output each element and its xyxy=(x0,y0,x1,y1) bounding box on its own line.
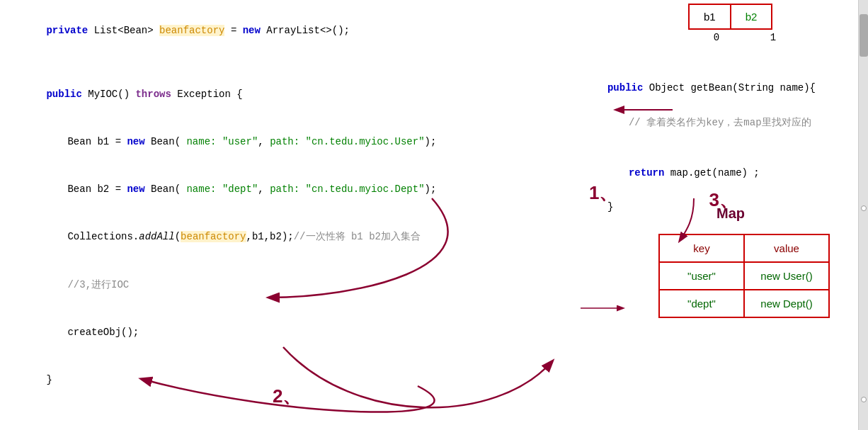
code-paren: ); xyxy=(425,136,437,147)
str-dept-path: "cn.tedu.myioc.Dept" xyxy=(306,183,425,195)
code-comma: , xyxy=(258,136,270,147)
annotation-map: Map xyxy=(716,205,745,222)
map-dept-value: new Dept() xyxy=(744,290,829,317)
str-name: name: xyxy=(186,136,216,147)
code-space2 xyxy=(299,136,305,147)
code-space4 xyxy=(299,183,305,195)
b-table-wrapper: b1 b2 0 1 xyxy=(688,4,801,43)
code-addall-args: ( xyxy=(175,231,181,242)
str-dept: "dept" xyxy=(222,183,258,195)
keyword-new3: new xyxy=(127,183,151,195)
code-collections: Collections. xyxy=(67,231,139,242)
keyword-throws: throws xyxy=(135,89,177,100)
map-user-key: "user" xyxy=(659,262,744,290)
b1-header: b1 xyxy=(689,4,731,29)
code-line-3: public MyIOC() throws Exception { xyxy=(11,71,493,118)
scrollbar-handle[interactable] xyxy=(860,14,868,57)
comment-addall: //一次性将 b1 b2加入集合 xyxy=(294,231,421,242)
map-key-header: key xyxy=(659,234,744,262)
field-beanfactory: beanfactory xyxy=(159,25,224,36)
code-text: = xyxy=(224,25,242,36)
code-line-9: } xyxy=(11,356,493,404)
map-dept-key: "dept" xyxy=(659,290,744,317)
b-table-nums: 0 1 xyxy=(688,32,801,43)
map-table: key value "user" new User() "dept" new D… xyxy=(658,234,830,318)
code-line-4: Bean b1 = new Bean( name: "user", path: … xyxy=(11,118,493,166)
code-space3 xyxy=(216,183,222,195)
b1-index: 0 xyxy=(688,32,745,43)
keyword-private: private xyxy=(46,25,93,36)
code-line-11: Map<String, Object> map = new HashMap<>(… xyxy=(11,419,493,430)
type-list: List<Bean> xyxy=(94,25,159,36)
b2-index: 1 xyxy=(745,32,801,43)
str-user: "user" xyxy=(222,136,258,147)
code-space xyxy=(216,136,222,147)
comment-ioc: //3,进行IOC xyxy=(67,279,129,290)
code-exception: Exception { xyxy=(177,89,242,100)
code-line-1: private List<Bean> beanfactory = new Arr… xyxy=(11,7,493,55)
code-map-get: map.get(name) ; xyxy=(670,167,760,179)
code-bean1: Bean( xyxy=(151,136,186,147)
code-addall-args2: ,b1,b2); xyxy=(246,231,294,242)
code-line-6: Collections.addAll(beanfactory,b1,b2);//… xyxy=(11,213,493,261)
str-user-path: "cn.tedu.myioc.User" xyxy=(306,136,425,147)
str-name2: name: xyxy=(186,183,216,195)
code-text: Bean b1 = xyxy=(67,136,127,147)
code-line-8: createObj(); xyxy=(11,308,493,356)
code-text: Bean b2 = xyxy=(67,183,127,195)
right-panel: b1 b2 0 1 public Object getBean(String n… xyxy=(504,0,858,430)
annotation-step1: 1、 xyxy=(589,181,617,205)
code-createobj: createObj(); xyxy=(67,327,139,338)
b2-header: b2 xyxy=(731,4,772,29)
code-comma2: , xyxy=(258,183,270,195)
map-user-value: new User() xyxy=(744,262,829,290)
code-object-ret: Object getBean(String name){ xyxy=(649,82,816,94)
b-table: b1 b2 xyxy=(688,4,772,30)
code-line-blank1 xyxy=(11,55,493,70)
code-bean2: Bean( xyxy=(151,183,186,195)
comment-key-lookup: // 拿着类名作为key，去map里找对应的 xyxy=(629,117,811,128)
scrollbar-circle-1 xyxy=(861,205,867,211)
code-line-blank2 xyxy=(11,404,493,419)
code-arraylist: ArrayList<>(); xyxy=(266,25,350,36)
scrollbar[interactable] xyxy=(858,0,868,430)
code-line-7: //3,进行IOC xyxy=(11,261,493,308)
method-addall: addAll xyxy=(139,231,174,242)
keyword-new2: new xyxy=(127,136,151,147)
code-paren2: ); xyxy=(425,183,437,195)
right-code-line2: // 拿着类名作为key，去map里找对应的 xyxy=(560,105,816,140)
keyword-new: new xyxy=(243,25,267,36)
right-code-blank xyxy=(560,140,816,156)
kw-public3: public xyxy=(607,82,649,94)
kw-return: return xyxy=(629,167,670,179)
map-table-wrapper: key value "user" new User() "dept" new D… xyxy=(658,234,830,318)
str-path2: path: xyxy=(270,183,299,195)
code-area: private List<Bean> beanfactory = new Arr… xyxy=(0,0,504,430)
str-path: path: xyxy=(270,136,299,147)
code-brace-close: } xyxy=(46,374,52,385)
main-container: private List<Bean> beanfactory = new Arr… xyxy=(0,0,868,430)
scrollbar-circle-2 xyxy=(861,397,867,402)
keyword-public: public xyxy=(46,89,88,100)
right-code-line1: public Object getBean(String name){ xyxy=(560,71,816,105)
code-line-5: Bean b2 = new Bean( name: "dept", path: … xyxy=(11,166,493,213)
field-bf2: beanfactory xyxy=(181,231,246,242)
map-value-header: value xyxy=(744,234,829,262)
code-myioc: MyIOC() xyxy=(88,89,135,100)
